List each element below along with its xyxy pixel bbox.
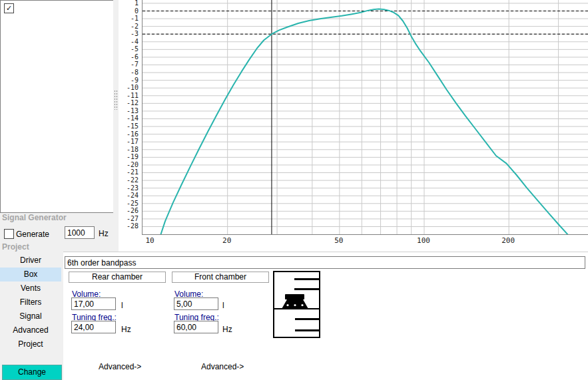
sidebar-item-project[interactable]: Project xyxy=(0,337,61,351)
sidebar-item-filters[interactable]: Filters xyxy=(0,295,61,309)
y-tick-label: -24 xyxy=(119,192,139,199)
transfer-function-plot xyxy=(143,0,588,234)
rear-advanced-link[interactable]: Advanced-> xyxy=(99,362,141,371)
sidebar-item-driver[interactable]: Driver xyxy=(0,254,61,268)
x-axis-labels: 102050100200 xyxy=(119,235,588,247)
preset-listbox[interactable]: ✓ 6orderBP_Isobaric xyxy=(0,0,114,213)
y-axis-labels: 10-1-2-3-4-5-6-7-8-9-10-11-12-13-14-15-1… xyxy=(119,0,141,234)
y-tick-label: -14 xyxy=(119,114,139,122)
front-volume-unit: l xyxy=(222,301,224,310)
y-tick-label: -21 xyxy=(119,168,139,176)
panel-splitter[interactable] xyxy=(113,0,118,234)
response-curve xyxy=(158,9,574,234)
y-tick-label: -1 xyxy=(119,15,139,22)
rear-tuning-unit: Hz xyxy=(121,325,131,334)
y-tick-label: -15 xyxy=(119,122,139,130)
y-tick-label: -20 xyxy=(119,161,139,168)
rear-tuning-input[interactable] xyxy=(71,321,116,333)
y-tick-label: -10 xyxy=(119,84,139,91)
x-tick-label: 20 xyxy=(222,236,231,245)
bandpass-box-isobaric-driver-diagram-icon xyxy=(273,271,320,338)
splitter-grip-icon[interactable] xyxy=(114,90,117,110)
generate-checkbox-label: Generate xyxy=(16,230,49,239)
rear-volume-input[interactable] xyxy=(71,297,116,310)
front-volume-input[interactable] xyxy=(174,297,218,310)
sidebar-item-vents[interactable]: Vents xyxy=(0,282,61,295)
y-tick-label: -9 xyxy=(119,77,139,84)
generator-frequency-input[interactable] xyxy=(65,226,95,239)
front-advanced-link[interactable]: Advanced-> xyxy=(201,362,244,371)
y-tick-label: -17 xyxy=(119,138,139,145)
y-tick-label: -5 xyxy=(119,45,139,53)
front-chamber-button[interactable]: Front chamber xyxy=(172,272,269,283)
y-tick-label: -8 xyxy=(119,69,139,76)
y-tick-label: -12 xyxy=(119,99,139,106)
y-tick-label: -25 xyxy=(119,200,139,207)
front-tuning-unit: Hz xyxy=(222,325,232,334)
y-tick-label: -4 xyxy=(119,38,139,45)
y-tick-label: -11 xyxy=(119,92,139,99)
x-tick-label: 10 xyxy=(145,236,154,245)
x-tick-label: 100 xyxy=(417,236,430,245)
project-section-title: Project xyxy=(2,242,29,252)
sidebar-item-advanced[interactable]: Advanced xyxy=(0,323,61,337)
y-tick-label: 1 xyxy=(119,0,139,7)
winisd-window: { "colors": { "selection_blue": "#2b84e0… xyxy=(0,0,588,380)
signal-generator-title: Signal Generator xyxy=(2,213,67,222)
y-tick-label: -26 xyxy=(119,207,139,214)
rear-chamber-button[interactable]: Rear chamber xyxy=(69,272,166,283)
y-tick-label: -19 xyxy=(119,153,139,160)
frequency-response-chart: 10-1-2-3-4-5-6-7-8-9-10-11-12-13-14-15-1… xyxy=(119,0,588,252)
change-button[interactable]: Change xyxy=(2,365,62,380)
generator-frequency-unit: Hz xyxy=(99,229,109,238)
box-parameters-panel: Rear chamber Front chamber Volume: l Tun… xyxy=(63,252,588,380)
y-tick-label: -2 xyxy=(119,23,139,30)
y-tick-label: -18 xyxy=(119,146,139,153)
y-tick-label: -28 xyxy=(119,222,139,230)
preset-checkbox-checked-icon[interactable]: ✓ xyxy=(4,3,14,13)
y-tick-label: -3 xyxy=(119,30,139,37)
y-tick-label: -13 xyxy=(119,107,139,114)
y-tick-label: -27 xyxy=(119,215,139,222)
box-name-input[interactable] xyxy=(65,256,585,269)
plot-area[interactable] xyxy=(142,0,588,235)
sidebar-item-signal[interactable]: Signal xyxy=(0,309,61,323)
preset-list-item[interactable]: 6orderBP_Isobaric xyxy=(15,3,115,14)
y-tick-label: 0 xyxy=(119,7,139,15)
sidebar-item-box[interactable]: Box xyxy=(0,268,61,282)
front-tuning-input[interactable] xyxy=(174,321,218,333)
y-tick-label: -6 xyxy=(119,53,139,61)
rear-volume-unit: l xyxy=(121,301,123,310)
x-tick-label: 50 xyxy=(334,236,343,245)
y-tick-label: -23 xyxy=(119,184,139,192)
x-tick-label: 200 xyxy=(501,236,515,245)
y-tick-label: -7 xyxy=(119,61,139,68)
y-tick-label: -22 xyxy=(119,176,139,184)
generate-checkbox-unchecked-icon[interactable] xyxy=(4,229,14,239)
y-tick-label: -16 xyxy=(119,130,139,138)
